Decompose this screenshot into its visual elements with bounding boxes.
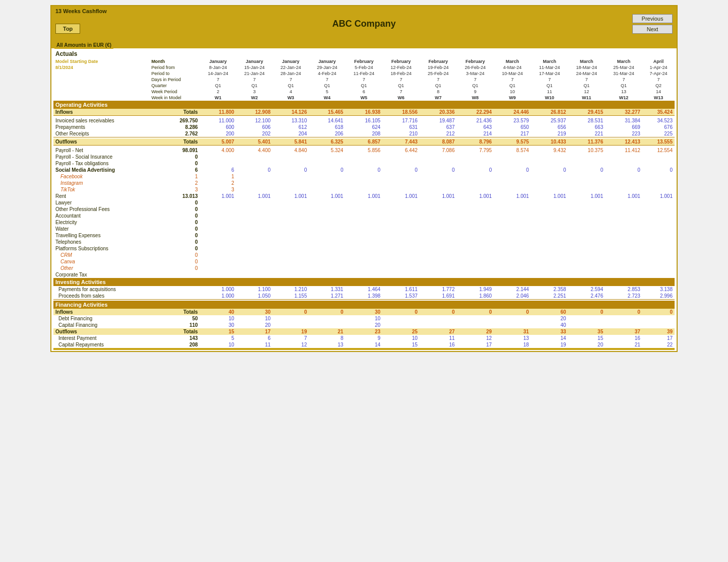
header-center: ABC Company: [116, 19, 612, 29]
actuals-label: Actuals: [53, 49, 675, 58]
financing-section-header: Financing Activities: [53, 301, 675, 309]
social-media-label: Social Media Advertising: [53, 167, 149, 173]
p9-month: March: [494, 58, 531, 64]
p5-month: February: [345, 58, 382, 64]
other-receipts-row: Other Receipts 2.762 200 202 204 206 208…: [53, 130, 675, 137]
financing-inflows-label: Inflows: [53, 309, 149, 315]
proceeds-row: Proceeds from sales 1.000 1.050 1.155 1.…: [53, 293, 675, 300]
financing-label: Financing Activities: [53, 301, 675, 309]
p6-month: February: [382, 58, 420, 64]
p12-month: March: [605, 58, 642, 64]
p2-month: January: [236, 58, 273, 64]
operating-section-header: Operating Activities: [53, 101, 675, 109]
days-label: Days in Period: [149, 77, 200, 83]
investing-section-header: Investing Activities: [53, 278, 675, 286]
operating-label: Operating Activities: [53, 101, 675, 109]
lawyer-label: Lawyer: [53, 199, 149, 206]
payments-label: Payments for acquisitions: [53, 286, 149, 293]
financing-inflows-totals-row: Inflows Totals 40 30 0 0 30 0 0 0 0 60 0…: [53, 309, 675, 315]
p7-month: February: [420, 58, 457, 64]
period-to-label: Period to: [149, 71, 200, 77]
table-wrapper: Actuals Model Starting Date Month Januar…: [51, 48, 677, 351]
period-row-days: Days in Period 77 77 77 77 77 77 7: [53, 77, 675, 83]
facebook-row: Facebook 1 1: [53, 173, 675, 180]
canva-row: Canva 0: [53, 258, 675, 265]
other-prof-row: Other Professional Fees 0: [53, 206, 675, 213]
header-left: Top: [55, 14, 116, 34]
capital-rep-label: Capital Repayments: [53, 341, 149, 348]
period-row-month: Model Starting Date Month January Januar…: [53, 58, 675, 64]
facebook-label: Facebook: [53, 173, 149, 180]
period-row-week-model: Week in Model W1W2 W3W4 W5W6 W7W8 W9W10 …: [53, 95, 675, 101]
interest-row: Interest Payment 143 5 6 7 8 9 10 11 12 …: [53, 335, 675, 341]
corporate-tax-label: Corporate Tax: [53, 271, 149, 278]
period-from-label: Period from: [149, 64, 200, 71]
financing-outflows-totals-label: Totals: [149, 328, 200, 335]
p1-month: January: [200, 58, 236, 64]
water-row: Water 0: [53, 226, 675, 232]
rent-label: Rent: [53, 193, 149, 199]
top-button[interactable]: Top: [55, 24, 80, 34]
outflows-label: Outflows: [53, 138, 149, 146]
main-table: Actuals Model Starting Date Month Januar…: [53, 49, 675, 350]
model-starting-label: Model Starting Date: [53, 58, 149, 64]
quarter-label: Quarter: [149, 83, 200, 89]
accountant-label: Accountant: [53, 213, 149, 219]
travelling-row: Travelling Expenses 0: [53, 232, 675, 239]
payroll-net-label: Payroll - Net: [53, 147, 149, 154]
proceeds-label: Proceeds from sales: [53, 293, 149, 300]
canva-label: Canva: [53, 258, 149, 265]
accountant-row: Accountant 0: [53, 213, 675, 219]
week-period-label: Week Period: [149, 89, 200, 95]
payroll-si-label: Payroll - Social Insurance: [53, 154, 149, 160]
capital-row: Capital Financing 110 30 20 20 40: [53, 322, 675, 328]
previous-button[interactable]: Previous: [632, 14, 673, 23]
p11-month: March: [568, 58, 606, 64]
invoiced-label: Invoiced sales receivables: [53, 117, 149, 124]
telephones-row: Telephones 0: [53, 239, 675, 245]
header: 13 Weeks Cashflow Top ABC Company Previo…: [51, 6, 677, 41]
crm-row: CRM 0: [53, 252, 675, 258]
period-row-from: 8/1/2024 Period from 8-Jan-2415-Jan-24 2…: [53, 64, 675, 71]
financing-outflows-totals-row: Outflows Totals 15 17 19 21 23 25 27 29 …: [53, 328, 675, 335]
other2-row: Other 0: [53, 265, 675, 271]
interest-label: Interest Payment: [53, 335, 149, 341]
other-receipts-label: Other Receipts: [53, 130, 149, 137]
payroll-si-row: Payroll - Social Insurance 0: [53, 154, 675, 160]
financing-inflows-totals-label: Totals: [149, 309, 200, 315]
prepay-row: Prepayments 8.286 600 606 612 618 624 63…: [53, 124, 675, 130]
electricity-row: Electricity 0: [53, 219, 675, 226]
platforms-row: Platforms Subscriptions 0: [53, 245, 675, 252]
invoiced-row: Invoiced sales receivables 269.750 11.00…: [53, 117, 675, 124]
lawyer-row: Lawyer 0: [53, 199, 675, 206]
outflows-totals-row: Outflows Totals 5.007 5.401 5.841 6.325 …: [53, 138, 675, 146]
inflows-totals-row: Inflows Totals 11.800 12.908 14.126 15.4…: [53, 109, 675, 116]
payroll-tax-row: Payroll - Tax obligations 0: [53, 160, 675, 167]
payroll-tax-label: Payroll - Tax obligations: [53, 160, 149, 167]
tiktok-row: TikTok 3 3: [53, 186, 675, 193]
debt-label: Debt Financing: [53, 315, 149, 322]
bottom-border: [53, 348, 675, 350]
outflows-totals-label: Totals: [149, 138, 200, 146]
payments-row: Payments for acquisitions 1.000 1.100 1.…: [53, 286, 675, 293]
amounts-label-bar: All Amounts in EUR (€): [51, 41, 677, 48]
rent-row: Rent 13.013 1.001 1.001 1.001 1.001 1.00…: [53, 193, 675, 199]
next-button[interactable]: Next: [632, 25, 673, 34]
amounts-label: All Amounts in EUR (€): [54, 41, 113, 49]
debt-row: Debt Financing 50 10 10 10 20: [53, 315, 675, 322]
prepay-label: Prepayments: [53, 124, 149, 130]
crm-label: CRM: [53, 252, 149, 258]
capital-rep-row: Capital Repayments 208 10 11 12 13 14 15…: [53, 341, 675, 348]
capital-label: Capital Financing: [53, 322, 149, 328]
platforms-label: Platforms Subscriptions: [53, 245, 149, 252]
model-date-value: 8/1/2024: [53, 64, 149, 71]
electricity-label: Electricity: [53, 219, 149, 226]
water-label: Water: [53, 226, 149, 232]
inflows-totals-label: Totals: [149, 109, 200, 116]
period-row-to: Period to 14-Jan-2421-Jan-24 28-Jan-244-…: [53, 71, 675, 77]
actuals-row: Actuals: [53, 49, 675, 58]
company-title: ABC Company: [332, 19, 395, 29]
tiktok-label: TikTok: [53, 186, 149, 193]
payroll-net-row: Payroll - Net 98.091 4.000 4.400 4.840 5…: [53, 147, 675, 154]
p3-month: January: [273, 58, 309, 64]
